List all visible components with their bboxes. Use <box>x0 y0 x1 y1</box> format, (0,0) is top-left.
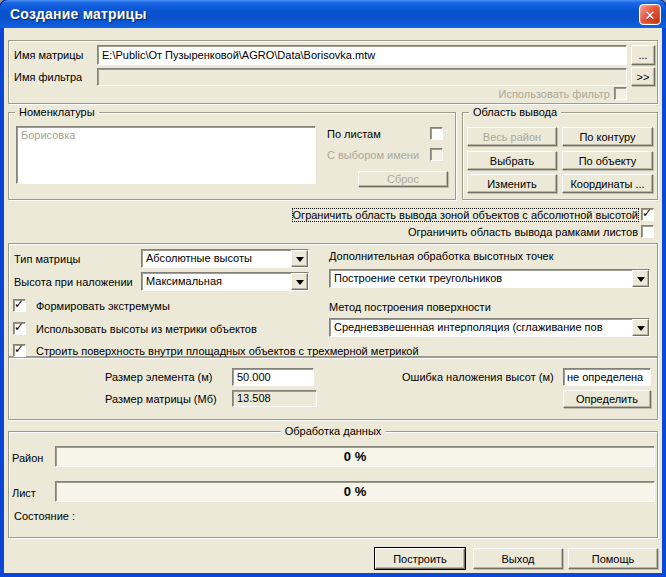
title-bar[interactable]: Создание матрицы <box>0 0 666 28</box>
output-area-title: Область вывода <box>469 106 561 118</box>
select-button[interactable]: Выбрать <box>467 151 557 170</box>
by-contour-button[interactable]: По контуру <box>562 127 653 146</box>
processing-title: Обработка данных <box>281 425 386 437</box>
overlay-error-label: Ошибка наложения высот (м) <box>402 371 554 383</box>
build-surface-checkbox[interactable] <box>13 344 26 357</box>
list-item[interactable]: Борисовка <box>17 127 315 143</box>
extra-processing-label: Дополнительная обработка высотных точек <box>329 250 554 262</box>
chevron-down-icon[interactable] <box>291 250 308 267</box>
use-filter-label: Использовать фильтр <box>470 88 610 100</box>
help-button[interactable]: Помощь <box>568 548 658 569</box>
sheet-progressbar: 0 % <box>55 481 655 502</box>
exit-button[interactable]: Выход <box>473 548 563 569</box>
limit-by-zone-label: Ограничить область вывода зоной объектов… <box>230 209 638 221</box>
overlay-height-select[interactable]: Максимальная <box>141 272 309 291</box>
limit-by-zone-checkbox[interactable] <box>641 208 654 221</box>
element-size-label: Размер элемента (м) <box>105 371 213 383</box>
matrix-name-label: Имя матрицы <box>14 49 83 61</box>
matrix-name-input[interactable]: E:\Public\От Пузыренковой\AGRO\Data\Bori… <box>97 45 627 65</box>
by-sheets-label: По листам <box>327 128 381 140</box>
status-label: Состояние : <box>14 510 75 522</box>
build-button[interactable]: Построить <box>375 548 465 569</box>
close-button[interactable] <box>639 4 661 25</box>
form-extremes-checkbox[interactable] <box>13 299 26 312</box>
matrix-type-label: Тип матрицы <box>14 253 80 265</box>
surface-method-label: Метод построения поверхности <box>329 301 491 313</box>
chevron-down-icon[interactable] <box>632 270 649 287</box>
use-filter-checkbox[interactable] <box>614 87 627 100</box>
overlay-error-value: не определена <box>563 368 651 386</box>
build-surface-label: Строить поверхность внутри площадных объ… <box>36 345 419 357</box>
sheet-label: Лист <box>12 487 36 499</box>
by-object-button[interactable]: По объекту <box>562 151 653 170</box>
with-name-checkbox[interactable] <box>430 148 443 161</box>
matrix-creation-dialog: Создание матрицы Имя матрицы E:\Public\О… <box>0 0 666 577</box>
extra-processing-select[interactable]: Построение сетки треугольников <box>329 269 650 288</box>
filter-name-input[interactable] <box>97 68 627 86</box>
form-extremes-label: Формировать экстремумы <box>36 300 170 312</box>
determine-button[interactable]: Определить <box>563 390 651 408</box>
limit-by-frames-checkbox[interactable] <box>641 225 654 238</box>
coordinates-button[interactable]: Координаты ... <box>562 174 653 193</box>
element-size-input[interactable]: 50.000 <box>232 368 314 386</box>
with-name-label: С выбором имени <box>327 149 419 161</box>
surface-method-select[interactable]: Средневзвешенная интерполяция (сглаживан… <box>329 318 650 337</box>
chevron-down-icon[interactable] <box>291 273 308 290</box>
use-heights-checkbox[interactable] <box>13 322 26 335</box>
chevron-down-icon[interactable] <box>632 319 649 336</box>
matrix-size-label: Размер матрицы (Мб) <box>105 393 217 405</box>
use-heights-label: Использовать высоты из метрики объектов <box>36 323 257 335</box>
region-progressbar: 0 % <box>55 446 655 467</box>
matrix-size-value: 13.508 <box>232 390 317 407</box>
browse-button[interactable]: ... <box>631 45 655 65</box>
sizes-group <box>8 357 658 420</box>
change-button[interactable]: Изменить <box>467 174 557 193</box>
window-title: Создание матрицы <box>10 0 147 28</box>
region-label: Район <box>12 452 43 464</box>
whole-region-button[interactable]: Весь район <box>467 127 557 146</box>
by-sheets-checkbox[interactable] <box>430 127 443 140</box>
filter-name-label: Имя фильтра <box>14 71 82 83</box>
expand-filter-button[interactable]: >> <box>631 67 655 86</box>
nomenclatures-title: Номенклатуры <box>15 106 99 118</box>
limit-by-frames-label: Ограничить область вывода рамками листов <box>230 226 638 238</box>
overlay-height-label: Высота при наложении <box>14 276 133 288</box>
reset-button[interactable]: Сброс <box>358 171 448 187</box>
nomenclatures-listbox[interactable]: Борисовка <box>16 126 316 184</box>
matrix-type-select[interactable]: Абсолютные высоты <box>141 249 309 268</box>
